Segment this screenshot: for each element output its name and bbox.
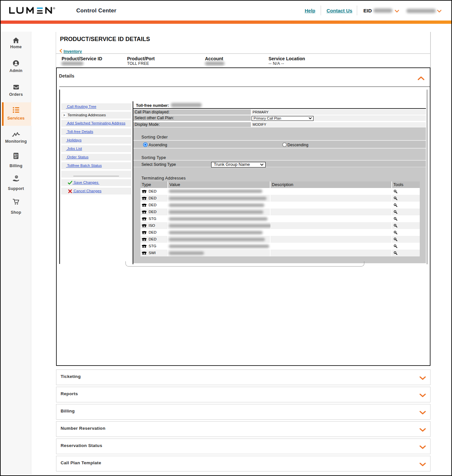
svg-text:$: $ [15,153,16,156]
svg-text:R: R [53,7,54,9]
